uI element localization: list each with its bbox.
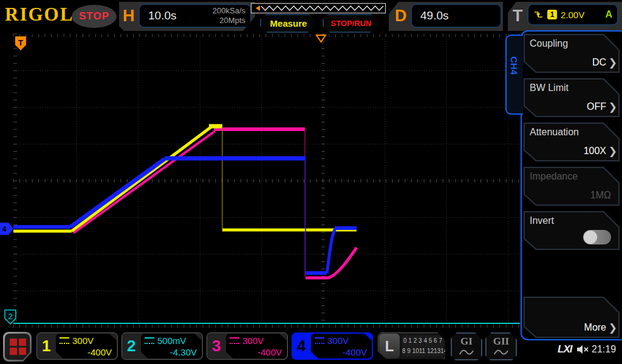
speaker-muted-icon	[576, 345, 589, 354]
bw-limit-label: BW Limit	[530, 83, 569, 93]
trigger-label: T	[513, 2, 523, 30]
clock: 21:19	[592, 344, 616, 355]
generator1-button[interactable]: GI	[451, 332, 482, 360]
digital-row2: 8 9 1011 12131415	[402, 346, 443, 356]
rigol-logo: RIGOL	[5, 4, 73, 25]
dc-coupling-icon	[60, 337, 69, 344]
acquisition-status-badge: STOP	[72, 5, 117, 28]
dc-coupling-icon	[315, 337, 324, 344]
chevron-right-icon: ❯	[609, 101, 617, 113]
channel3-number: 3	[212, 337, 220, 356]
record-overview-waveform	[261, 6, 383, 10]
sine-wave-icon	[459, 348, 474, 356]
delay-box: 49.0s	[411, 4, 502, 28]
attenuation-label: Attenuation	[530, 127, 579, 138]
channel4-offset: -400V	[343, 347, 367, 357]
top-bar: RIGOL STOP H 10.0s 200kSa/s 20Mpts Measu…	[0, 0, 622, 33]
menu-tab-label: CH4	[509, 56, 519, 75]
menu-item-bw-limit[interactable]: BW Limit OFF ❯	[524, 78, 620, 117]
impedance-label: Impedance	[530, 171, 578, 182]
generator2-button[interactable]: GII	[485, 332, 517, 360]
channel2-block[interactable]: 2 500mV -4.30V	[121, 332, 203, 360]
coupling-label: Coupling	[530, 38, 568, 49]
chevron-right-icon: ❯	[609, 145, 617, 158]
channel1-offset: -400V	[87, 347, 112, 357]
channel3-scale: 300V	[242, 335, 264, 346]
waveform-record-strip[interactable]	[251, 3, 386, 13]
trigger-level-value: 2.00V	[561, 10, 584, 20]
trigger-level-marker[interactable]: T	[15, 36, 26, 50]
impedance-value: 1MΩ	[590, 190, 611, 201]
trigger-position-marker[interactable]	[316, 35, 326, 42]
channel1-block[interactable]: 1 300V -400V	[36, 332, 118, 360]
invert-toggle[interactable]	[583, 230, 611, 244]
channel2-ground-marker[interactable]: 2	[5, 310, 16, 324]
delay-label: D	[395, 2, 407, 30]
menu-item-invert[interactable]: Invert	[524, 211, 620, 250]
sample-rate-info: 200kSa/s 20Mpts	[213, 6, 245, 25]
bw-limit-value: OFF	[587, 101, 606, 112]
timebase-value: 10.0s	[148, 9, 176, 22]
dc-coupling-icon	[145, 337, 154, 344]
channel1-scale: 300V	[72, 335, 94, 346]
digital-row1: 0 1 2 3 4 5 6 7	[402, 335, 443, 346]
trigger-source-badge: 1	[547, 10, 557, 19]
attenuation-value: 100X	[584, 146, 606, 157]
dc-coupling-icon	[230, 337, 239, 344]
channel2-marker-label: 2	[8, 312, 12, 321]
menu-tab-ch4[interactable]: CH4	[505, 35, 523, 115]
stop-run-button[interactable]: STOP/RUN	[323, 14, 380, 33]
channel3-offset: -400V	[258, 347, 282, 357]
generator2-label: GII	[487, 335, 516, 348]
channel4-scale: 300V	[327, 335, 349, 346]
falling-edge-icon	[533, 10, 544, 19]
channel4-ground-marker[interactable]: 4	[0, 223, 13, 235]
timebase-box: 10.0s 200kSa/s 20Mpts	[138, 4, 251, 28]
invert-label: Invert	[530, 215, 554, 226]
lxi-logo: LXI	[558, 343, 572, 356]
delay-panel[interactable]: D 49.0s	[389, 2, 503, 31]
menu-item-impedance: Impedance 1MΩ	[524, 167, 620, 206]
sample-rate: 200kSa/s	[213, 6, 245, 16]
menu-item-more[interactable]: More ❯	[524, 297, 620, 338]
record-position-arrow-icon	[256, 5, 260, 11]
channel3-block[interactable]: 3 300V -400V	[207, 332, 288, 360]
channel4-marker-label: 4	[2, 225, 7, 234]
digital-label: L	[379, 334, 400, 359]
generator1-label: GI	[452, 335, 481, 348]
more-value: More	[584, 322, 606, 333]
trigger-marker-label: T	[18, 38, 23, 47]
channel4-block-selected[interactable]: 4 300V -400V	[292, 332, 373, 360]
menu-item-coupling[interactable]: Coupling DC ❯	[524, 34, 620, 73]
channel2-scale: 500mV	[157, 335, 186, 346]
menu-item-attenuation[interactable]: Attenuation 100X ❯	[524, 123, 620, 161]
trigger-panel[interactable]: T 1 2.00V A	[508, 2, 622, 31]
measure-button[interactable]: Measure	[260, 14, 317, 33]
toggle-knob	[584, 231, 597, 244]
channel4-number: 4	[297, 337, 306, 356]
coupling-value: DC	[592, 57, 606, 68]
oscilloscope-screen: T 4 2 RIGOL STOP H 10.0s 200kSa/s 20Mpts	[0, 0, 622, 364]
chevron-right-icon: ❯	[609, 56, 617, 69]
channel2-number: 2	[127, 337, 135, 356]
delay-value: 49.0s	[420, 9, 448, 22]
channel2-offset: -4.30V	[170, 347, 197, 357]
sine-wave-icon	[493, 348, 509, 356]
memory-depth: 20Mpts	[213, 16, 245, 25]
horizontal-panel[interactable]: H 10.0s 200kSa/s 20Mpts	[119, 2, 255, 31]
channel1-number: 1	[42, 337, 50, 356]
trigger-box: 1 2.00V A	[527, 4, 618, 25]
horizontal-label: H	[123, 2, 135, 30]
trigger-mode: A	[605, 9, 612, 20]
digital-channels-block[interactable]: L 0 1 2 3 4 5 6 7 8 9 1011 12131415	[378, 332, 446, 360]
chevron-right-icon: ❯	[609, 322, 617, 334]
